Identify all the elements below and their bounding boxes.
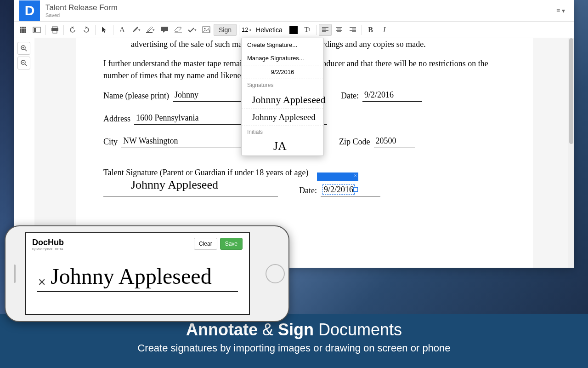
- pointer-icon[interactable]: [98, 24, 111, 36]
- resize-handle-icon[interactable]: [353, 187, 358, 192]
- svg-rect-13: [53, 31, 57, 33]
- sign-button[interactable]: Sign: [214, 24, 237, 36]
- field-label: Zip Code: [339, 136, 370, 148]
- svg-rect-3: [20, 29, 22, 31]
- svg-rect-12: [51, 28, 58, 31]
- separator: [45, 25, 46, 35]
- grid-icon[interactable]: [17, 24, 29, 36]
- phone-mockup: DocHub by Macroplant BETA Clear Save ✕ J…: [5, 225, 289, 322]
- svg-rect-0: [20, 27, 22, 29]
- hamburger-menu-icon[interactable]: ≡ ▾: [553, 5, 569, 16]
- create-signature-item[interactable]: Create Signature...: [242, 38, 323, 52]
- svg-rect-6: [20, 31, 22, 33]
- field-label: City: [103, 136, 118, 148]
- manage-signatures-item[interactable]: Manage Signatures...: [242, 52, 323, 65]
- vertical-scrollbar[interactable]: [568, 38, 574, 268]
- field-toolbar[interactable]: [317, 172, 358, 181]
- phone-screen: DocHub by Macroplant BETA Clear Save ✕ J…: [25, 232, 250, 315]
- draw-tool-icon[interactable]: [130, 24, 143, 36]
- clear-button[interactable]: Clear: [194, 238, 217, 250]
- section-header: Signatures: [242, 79, 323, 91]
- italic-icon[interactable]: I: [378, 24, 391, 36]
- highlight-tool-icon[interactable]: [144, 24, 157, 36]
- separator: [239, 25, 239, 35]
- banner-subtitle: Create signatures by importing images or…: [0, 342, 588, 354]
- signature-option-1[interactable]: Johnny Appleseed: [242, 91, 323, 109]
- field-label: Address: [103, 113, 130, 125]
- banner-title: Annotate & Sign Documents: [0, 320, 588, 339]
- separator: [95, 25, 96, 35]
- svg-rect-8: [24, 31, 26, 33]
- undo-icon[interactable]: [66, 24, 79, 36]
- eraser-icon[interactable]: [172, 24, 185, 36]
- scroll-thumb[interactable]: [569, 38, 573, 144]
- separator: [63, 25, 64, 35]
- text-tool-icon[interactable]: A: [116, 24, 129, 36]
- field-label: Date:: [341, 90, 359, 102]
- align-right-icon[interactable]: [346, 24, 359, 36]
- svg-text:Johnny Appleseed: Johnny Appleseed: [252, 94, 326, 105]
- svg-point-16: [204, 28, 206, 29]
- svg-text:Johnny Appleseed: Johnny Appleseed: [51, 264, 212, 288]
- separator: [113, 25, 113, 35]
- font-size-selector[interactable]: 12♦: [242, 26, 251, 33]
- image-icon[interactable]: [200, 24, 213, 36]
- comment-icon[interactable]: [158, 24, 171, 36]
- svg-rect-1: [22, 27, 24, 29]
- checkmark-icon[interactable]: [186, 24, 199, 36]
- svg-rect-14: [161, 27, 168, 31]
- signature-label: Talent Signature (Parent or Guardian if …: [103, 167, 505, 178]
- svg-text:Johnny Appleseed: Johnny Appleseed: [131, 178, 218, 191]
- redo-icon[interactable]: [80, 24, 93, 36]
- print-icon[interactable]: [48, 24, 61, 36]
- zoom-in-icon[interactable]: [17, 42, 30, 55]
- text-color-icon[interactable]: [287, 24, 300, 36]
- date-input[interactable]: 9/2/2016: [322, 184, 355, 195]
- zoom-out-icon[interactable]: [17, 57, 30, 69]
- signature-pad[interactable]: ✕ Johnny Appleseed: [32, 260, 243, 292]
- sign-dropdown-menu: Create Signature... Manage Signatures...…: [241, 38, 324, 156]
- initials-option[interactable]: JA: [242, 138, 323, 155]
- separator: [316, 25, 317, 35]
- signature-x-mark: ✕: [38, 276, 46, 288]
- svg-rect-10: [34, 28, 36, 32]
- svg-rect-4: [22, 29, 24, 31]
- date-field-active[interactable]: 9/2/2016: [321, 184, 380, 196]
- home-button-icon[interactable]: [266, 264, 285, 283]
- align-left-icon[interactable]: [319, 24, 332, 36]
- text-style-icon[interactable]: TI: [301, 24, 314, 36]
- field-label: Name (please print): [103, 90, 169, 102]
- section-header: Initials: [242, 126, 323, 138]
- zip-field[interactable]: 20500: [374, 135, 415, 148]
- document-title[interactable]: Talent Release Form: [45, 3, 553, 12]
- toolbar: A Sign 12♦ Helvetica TI B I: [14, 22, 574, 38]
- app-logo[interactable]: D: [19, 0, 40, 21]
- font-family-selector[interactable]: Helvetica: [252, 26, 286, 34]
- phone-speaker-icon: [14, 264, 16, 283]
- page-icon[interactable]: [30, 24, 43, 36]
- date-field[interactable]: 9/2/2016: [362, 89, 422, 102]
- save-status: Saved: [45, 12, 553, 18]
- separator: [362, 25, 362, 35]
- signature-field[interactable]: Johnny Appleseed: [103, 178, 278, 196]
- phone-app-logo: DocHub by Macroplant BETA: [32, 238, 64, 251]
- svg-rect-2: [24, 27, 26, 29]
- align-center-icon[interactable]: [333, 24, 345, 36]
- insert-date-item[interactable]: 9/2/2016: [242, 65, 323, 79]
- svg-rect-5: [24, 29, 26, 31]
- field-label: Date:: [299, 184, 317, 196]
- signature-option-2[interactable]: Johnny Appleseed: [242, 109, 323, 126]
- svg-rect-11: [52, 27, 57, 28]
- save-button[interactable]: Save: [220, 238, 243, 250]
- header-bar: D Talent Release Form Saved ≡ ▾: [14, 0, 574, 22]
- svg-rect-7: [22, 31, 24, 33]
- svg-text:Johnny Appleseed: Johnny Appleseed: [252, 112, 316, 122]
- svg-text:JA: JA: [273, 139, 287, 153]
- title-area: Talent Release Form Saved: [45, 3, 553, 18]
- bold-icon[interactable]: B: [364, 24, 377, 36]
